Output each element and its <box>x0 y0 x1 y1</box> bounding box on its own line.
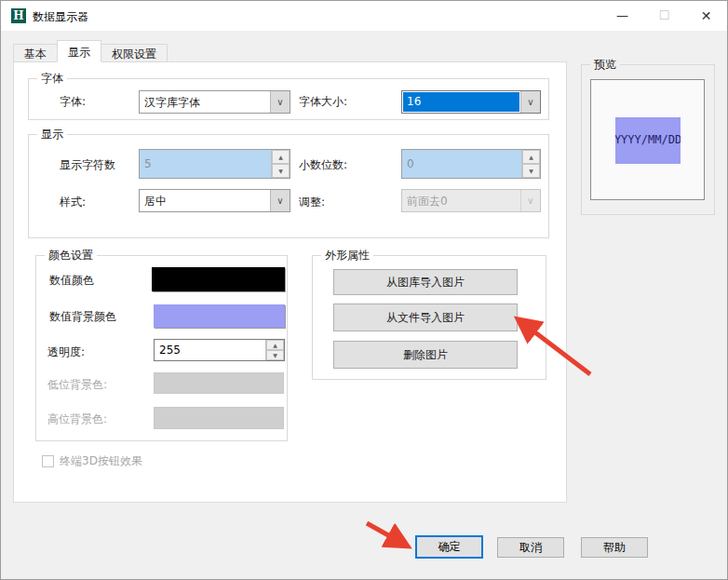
font-select[interactable]: 汉字库字体 ∨ <box>139 90 290 114</box>
preview-group: 预览 YYYY/MM/DD <box>581 64 715 215</box>
value-color-label: 数值颜色 <box>49 273 94 289</box>
font-group-title: 字体 <box>37 71 67 87</box>
tab-bar: 基本 显示 权限设置 <box>13 40 167 62</box>
terminal-3d-effect-row: 终端3D按钮效果 <box>42 453 142 469</box>
maximize-button: ☐ <box>643 1 685 31</box>
terminal-3d-effect-checkbox[interactable] <box>42 455 54 467</box>
spin-up-icon[interactable]: ▲ <box>522 150 540 164</box>
char-count-label: 显示字符数 <box>60 157 115 173</box>
preview-title: 预览 <box>590 57 620 73</box>
import-from-file-button[interactable]: 从文件导入图片 <box>333 303 518 331</box>
spin-down-icon[interactable]: ▼ <box>522 164 540 178</box>
decimal-value: 0 <box>407 157 414 170</box>
style-select-value: 居中 <box>144 194 267 209</box>
preview-data-chip: YYYY/MM/DD <box>615 117 681 164</box>
tab-permission[interactable]: 权限设置 <box>101 44 168 62</box>
minimize-button[interactable]: — <box>601 1 643 31</box>
preview-format-text: YYYY/MM/DD <box>615 133 681 146</box>
preview-canvas: YYYY/MM/DD <box>590 79 705 200</box>
help-button[interactable]: 帮助 <box>581 537 648 558</box>
char-count-value: 5 <box>144 157 152 170</box>
opacity-value: 255 <box>159 344 181 357</box>
opacity-label: 透明度: <box>47 344 85 360</box>
spin-up-icon[interactable]: ▲ <box>272 150 290 164</box>
ok-button[interactable]: 确定 <box>415 535 483 559</box>
char-count-stepper[interactable]: 5 ▲ ▼ <box>139 149 290 179</box>
font-size-label: 字体大小: <box>299 94 347 110</box>
low-bg-color-swatch <box>154 372 284 394</box>
decimal-label: 小数位数: <box>299 157 347 173</box>
spin-down-icon[interactable]: ▼ <box>266 350 284 360</box>
app-icon: H <box>11 8 26 23</box>
arrow-to-ok-button <box>367 523 405 545</box>
font-size-select[interactable]: 16 ∨ <box>401 90 541 114</box>
close-button[interactable]: ✕ <box>685 1 727 31</box>
display-group-title: 显示 <box>37 127 67 142</box>
font-group: 字体 字体: 汉字库字体 ∨ 字体大小: 16 ∨ <box>28 78 549 120</box>
spin-down-icon[interactable]: ▼ <box>272 164 290 178</box>
adjust-label: 调整: <box>299 195 325 210</box>
value-bg-color-swatch[interactable] <box>154 304 285 328</box>
display-tab-panel: 字体 字体: 汉字库字体 ∨ 字体大小: 16 ∨ 显示 显示字符数 5 ▲ ▼ <box>13 61 567 503</box>
shape-attributes-title: 外形属性 <box>321 248 373 263</box>
high-bg-color-swatch <box>154 407 284 429</box>
chevron-down-icon[interactable]: ∨ <box>270 91 290 113</box>
font-select-value: 汉字库字体 <box>144 95 267 111</box>
adjust-select: 前面去0 ∨ <box>401 189 541 212</box>
chevron-down-icon: ∨ <box>520 190 540 211</box>
chevron-down-icon[interactable]: ∨ <box>270 190 290 211</box>
chevron-down-icon[interactable]: ∨ <box>520 91 540 113</box>
color-settings-group: 颜色设置 数值颜色 数值背景颜色 透明度: 255 ▲ ▼ 低位背景色: 高位背… <box>35 255 288 441</box>
color-settings-title: 颜色设置 <box>45 248 97 263</box>
spin-up-icon[interactable]: ▲ <box>266 340 284 350</box>
cancel-button[interactable]: 取消 <box>497 537 564 558</box>
tab-basic[interactable]: 基本 <box>13 44 58 62</box>
adjust-select-value: 前面去0 <box>407 194 518 209</box>
terminal-3d-effect-label: 终端3D按钮效果 <box>60 453 142 469</box>
window-title: 数据显示器 <box>33 9 88 25</box>
high-bg-color-label: 高位背景色: <box>47 411 107 427</box>
decimal-stepper[interactable]: 0 ▲ ▼ <box>401 149 541 179</box>
style-select[interactable]: 居中 ∨ <box>139 189 290 212</box>
delete-image-button[interactable]: 删除图片 <box>333 341 518 369</box>
value-bg-color-label: 数值背景颜色 <box>49 309 116 325</box>
value-color-swatch[interactable] <box>152 267 285 291</box>
low-bg-color-label: 低位背景色: <box>47 377 107 393</box>
data-display-dialog: H 数据显示器 — ☐ ✕ 基本 显示 权限设置 字体 字体: 汉字库字体 ∨ … <box>0 0 728 580</box>
title-bar: H 数据显示器 — ☐ ✕ <box>1 1 727 31</box>
display-group: 显示 显示字符数 5 ▲ ▼ 小数位数: 0 ▲ ▼ 样式: 居中 ∨ <box>28 134 549 238</box>
shape-attributes-group: 外形属性 从图库导入图片 从文件导入图片 删除图片 <box>312 255 546 380</box>
font-size-select-value: 16 <box>403 92 519 112</box>
style-label: 样式: <box>60 195 86 210</box>
tab-display[interactable]: 显示 <box>57 40 101 62</box>
import-from-gallery-button[interactable]: 从图库导入图片 <box>333 269 518 295</box>
font-label: 字体: <box>60 94 86 110</box>
opacity-stepper[interactable]: 255 ▲ ▼ <box>154 339 285 361</box>
